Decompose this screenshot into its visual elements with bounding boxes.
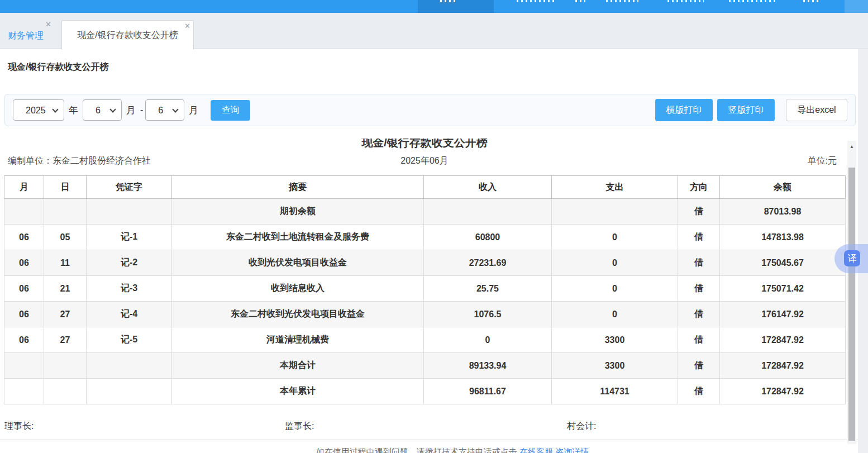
signature-chairman: 理事长: xyxy=(4,421,34,432)
table-row: 本期合计 89133.94 3300 借 172847.92 xyxy=(4,353,846,379)
column-header: 日 xyxy=(44,176,87,199)
translate-widget: 译 xyxy=(834,244,868,273)
print-portrait-button[interactable]: 竖版打印 xyxy=(717,99,775,121)
report-meta-row: 编制单位：东金二村股份经济合作社 2025年06月 单位:元 xyxy=(0,155,849,168)
table-row: 06 05 记-1 东金二村收到土地流转租金及服务费 60800 0 借 147… xyxy=(4,225,846,250)
column-header: 余额 xyxy=(720,176,846,199)
report-table: 月日凭证字摘要收入支出方向余额 期初余额 借 87013.98 06 05 记-… xyxy=(4,175,846,404)
table-row: 06 21 记-3 收到结息收入 25.75 0 借 175071.42 xyxy=(4,276,846,302)
month-to-select-wrap: 6 xyxy=(145,99,184,121)
report-scrollbar[interactable]: ▲ xyxy=(847,141,856,444)
tab-label: 财务管理 xyxy=(8,30,44,42)
column-header: 摘要 xyxy=(172,176,424,199)
nav-item-text-fragment xyxy=(440,0,456,2)
month-from-select-wrap: 6 xyxy=(83,99,122,121)
page-gutter xyxy=(858,13,868,453)
month-from-select[interactable]: 6 xyxy=(83,99,122,121)
nav-item-icon-fragment xyxy=(575,0,585,2)
nav-active-item[interactable] xyxy=(418,0,494,13)
table-row: 本年累计 96811.67 114731 借 172847.92 xyxy=(4,379,846,404)
column-header: 收入 xyxy=(424,176,552,199)
month-to-select[interactable]: 6 xyxy=(145,99,184,121)
nav-hover-item[interactable] xyxy=(845,0,868,13)
translate-button[interactable]: 译 xyxy=(844,250,860,266)
tab-finance-management[interactable]: 财务管理 ✕ xyxy=(8,27,44,44)
footer-text: 如在使用过程中遇到问题，请拨打技术支持电话或点击 xyxy=(316,447,517,453)
year-select[interactable]: 2025 xyxy=(13,99,64,121)
table-row: 期初余额 借 87013.98 xyxy=(4,199,846,225)
signature-supervisor: 监事长: xyxy=(285,421,314,432)
footer-divider xyxy=(0,440,858,440)
print-landscape-button[interactable]: 横版打印 xyxy=(655,99,713,121)
table-row: 06 27 记-5 河道清理机械费 0 3300 借 172847.92 xyxy=(4,327,846,353)
close-icon[interactable]: ✕ xyxy=(45,22,51,27)
year-select-wrap: 2025 xyxy=(13,99,64,121)
toolbar-right-group: 横版打印 竖版打印 导出excel xyxy=(655,99,847,121)
table-row: 06 11 记-2 收到光伏发电项目收益金 27231.69 0 借 17504… xyxy=(4,250,846,276)
nav-item-text-fragment xyxy=(667,0,704,2)
top-nav-bar[interactable] xyxy=(0,0,868,13)
scrollbar-thumb[interactable] xyxy=(848,168,855,441)
export-excel-button[interactable]: 导出excel xyxy=(786,99,847,121)
report-title-clipped: 现金/银行存款收支公开榜 xyxy=(0,139,849,151)
app-window: 财务管理 ✕ 现金/银行存款收支公开榜 ✕ 现金/银行存款收支公开榜 2025 … xyxy=(0,0,868,453)
tab-label: 现金/银行存款收支公开榜 xyxy=(77,30,178,41)
range-dash: - xyxy=(140,105,143,115)
month-from-label: 月 xyxy=(126,104,136,117)
table-row: 06 27 记-4 东金二村收到光伏发电项目收益金 1076.5 0 借 176… xyxy=(4,302,846,327)
report-title: 现金/银行存款收支公开榜 xyxy=(361,139,488,150)
year-label: 年 xyxy=(69,104,78,117)
nav-item-text-fragment xyxy=(517,0,555,2)
signature-accountant: 村会计: xyxy=(567,421,596,432)
report-unit: 单位:元 xyxy=(808,155,837,167)
nav-item-text-fragment xyxy=(606,0,638,2)
column-header: 支出 xyxy=(552,176,678,199)
nav-item-text-fragment xyxy=(729,0,776,2)
scrollbar-up-arrow[interactable]: ▲ xyxy=(847,144,856,149)
report-table-body: 期初余额 借 87013.98 06 05 记-1 东金二村收到土地流转租金及服… xyxy=(4,199,846,404)
table-header-row: 月日凭证字摘要收入支出方向余额 xyxy=(4,176,846,199)
column-header: 方向 xyxy=(678,176,720,199)
nav-item-text-fragment xyxy=(803,0,821,2)
tab-cash-bank-report[interactable]: 现金/银行存款收支公开榜 ✕ xyxy=(61,20,194,50)
close-icon[interactable]: ✕ xyxy=(184,23,190,29)
filter-toolbar: 2025 年 6 月 - 6 月 查询 横版打印 竖版打印 导出excel xyxy=(4,94,856,126)
column-header: 凭证字 xyxy=(87,176,172,199)
footer-link[interactable]: 在线客服 咨询详情 xyxy=(519,447,589,453)
report-period: 2025年06月 xyxy=(0,155,849,167)
footer-support-text: 如在使用过程中遇到问题，请拨打技术支持电话或点击 在线客服 咨询详情 xyxy=(201,447,704,453)
signature-row: 理事长: 监事长: 村会计: xyxy=(0,421,849,434)
page-title: 现金/银行存款收支公开榜 xyxy=(8,61,108,73)
content-panel: 现金/银行存款收支公开榜 2025 年 6 月 - 6 月 查询 横版打印 竖版… xyxy=(0,49,858,453)
tab-bar: 财务管理 ✕ 现金/银行存款收支公开榜 ✕ xyxy=(0,13,868,49)
month-to-label: 月 xyxy=(189,104,198,117)
column-header: 月 xyxy=(4,176,44,199)
query-button[interactable]: 查询 xyxy=(211,100,250,121)
